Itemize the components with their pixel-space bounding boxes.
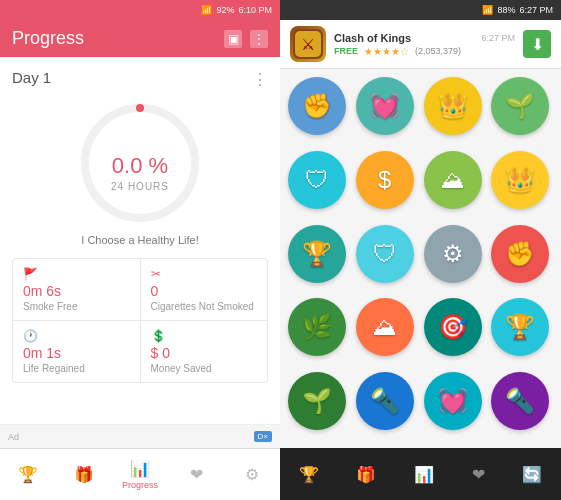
trophy2-badge[interactable]: 🏆 bbox=[491, 298, 549, 356]
stat-icon-row-0: 🚩 bbox=[23, 267, 130, 281]
right-nav-gift[interactable]: 🎁 bbox=[356, 465, 376, 484]
progress-nav-icon: 📊 bbox=[130, 459, 150, 478]
notif-stars: ★★★★☆ bbox=[364, 46, 409, 57]
stat-label-2: Life Regained bbox=[23, 363, 130, 374]
header-left: Progress ▣ ⋮ bbox=[0, 20, 280, 57]
shield2-badge[interactable]: 🛡 bbox=[356, 225, 414, 283]
header-icons: ▣ ⋮ bbox=[224, 30, 268, 48]
heart-nav-icon: ❤ bbox=[190, 465, 203, 484]
gear-badge[interactable]: ⚙ bbox=[424, 225, 482, 283]
mountain2-badge[interactable]: ⛰ bbox=[356, 298, 414, 356]
ad-label: Ad bbox=[8, 432, 19, 442]
grid-icon[interactable]: ▣ bbox=[224, 30, 242, 48]
circle-inner: 0.0 % 24 HOURS bbox=[111, 153, 169, 192]
gift-nav-icon: 🎁 bbox=[74, 465, 94, 484]
stat-value-0: 0m 6s bbox=[23, 283, 130, 299]
right-nav-trophy[interactable]: 🏆 bbox=[299, 465, 319, 484]
right-heart-icon: ❤ bbox=[472, 465, 485, 484]
stat-icon-row-2: 🕐 bbox=[23, 329, 130, 343]
day-options[interactable]: ⋮ bbox=[252, 70, 268, 89]
target-badge[interactable]: 🎯 bbox=[424, 298, 482, 356]
ad-bar: Ad D× bbox=[0, 424, 280, 448]
badges-grid: ✊💓👑🌱🛡$⛰👑🏆🛡⚙✊🌿⛰🎯🏆🌱🔦💓🔦 bbox=[280, 69, 561, 448]
stat-label-0: Smoke Free bbox=[23, 301, 130, 312]
day-row: Day 1 ⋮ bbox=[12, 69, 268, 90]
right-exchange-icon: 🔄 bbox=[522, 465, 542, 484]
stat-value-1: 0 bbox=[151, 283, 258, 299]
right-nav-exchange[interactable]: 🔄 bbox=[522, 465, 542, 484]
nav-gift[interactable]: 🎁 bbox=[56, 465, 112, 484]
sprout-badge[interactable]: 🌱 bbox=[288, 372, 346, 430]
mountain-badge[interactable]: ⛰ bbox=[424, 151, 482, 209]
notif-free-badge: FREE bbox=[334, 46, 358, 56]
clash-icon: ⚔ bbox=[293, 29, 323, 59]
more-options-icon[interactable]: ⋮ bbox=[250, 30, 268, 48]
stat-value-2: 0m 1s bbox=[23, 345, 130, 361]
right-trophy-icon: 🏆 bbox=[299, 465, 319, 484]
growth-badge[interactable]: 🌱 bbox=[491, 77, 549, 135]
stat-icon-row-1: ✂ bbox=[151, 267, 258, 281]
nav-trophy[interactable]: 🏆 bbox=[0, 465, 56, 484]
progress-nav-label: Progress bbox=[122, 480, 158, 490]
notification-content: Clash of Kings 6:27 PM FREE ★★★★☆ (2,053… bbox=[334, 32, 515, 57]
notif-reviews: (2,053,379) bbox=[415, 46, 461, 56]
right-nav-chart[interactable]: 📊 bbox=[414, 465, 434, 484]
clock-icon: 🕐 bbox=[23, 329, 38, 343]
heart2-badge[interactable]: 💓 bbox=[424, 372, 482, 430]
strength-badge[interactable]: ✊ bbox=[288, 77, 346, 135]
stat-cigarettes: ✂ 0 Cigarettes Not Smoked bbox=[141, 259, 268, 320]
app-icon: ⚔ bbox=[290, 26, 326, 62]
circle-percent: 0.0 % bbox=[111, 153, 169, 179]
content-area: Day 1 ⋮ 0.0 % 24 HOURS I Choose a Health… bbox=[0, 57, 280, 424]
torch-badge[interactable]: 🔦 bbox=[356, 372, 414, 430]
scissors-icon: ✂ bbox=[151, 267, 161, 281]
right-nav-heart[interactable]: ❤ bbox=[472, 465, 485, 484]
day-label: Day 1 bbox=[12, 69, 51, 86]
dollar-icon: 💲 bbox=[151, 329, 166, 343]
bottom-nav-left: 🏆 🎁 📊 Progress ❤ ⚙ bbox=[0, 448, 280, 500]
notif-sub-row: FREE ★★★★☆ (2,053,379) bbox=[334, 46, 515, 57]
nav-gear[interactable]: ⚙ bbox=[224, 465, 280, 484]
notif-app-name: Clash of Kings bbox=[334, 32, 411, 44]
money-badge[interactable]: $ bbox=[356, 151, 414, 209]
download-button[interactable]: ⬇ bbox=[523, 30, 551, 58]
signal-right: 📶 bbox=[482, 5, 493, 15]
crown2-badge[interactable]: 👑 bbox=[491, 151, 549, 209]
trophy-nav-icon: 🏆 bbox=[18, 465, 38, 484]
trophy-badge[interactable]: 🏆 bbox=[288, 225, 346, 283]
stat-life-regained: 🕐 0m 1s Life Regained bbox=[13, 321, 140, 382]
notification-bar[interactable]: ⚔ Clash of Kings 6:27 PM FREE ★★★★☆ (2,0… bbox=[280, 20, 561, 69]
right-panel: 📶 88% 6:27 PM ⚔ Clash of Kings 6:27 PM F… bbox=[280, 0, 561, 500]
right-gift-icon: 🎁 bbox=[356, 465, 376, 484]
bottom-nav-right: 🏆 🎁 📊 ❤ 🔄 bbox=[280, 448, 561, 500]
torch2-badge[interactable]: 🔦 bbox=[491, 372, 549, 430]
time-left: 6:10 PM bbox=[238, 5, 272, 15]
crown-badge[interactable]: 👑 bbox=[424, 77, 482, 135]
battery-left: 92% bbox=[216, 5, 234, 15]
health-badge[interactable]: 💓 bbox=[356, 77, 414, 135]
stat-value-3: $ 0 bbox=[151, 345, 258, 361]
notif-top-row: Clash of Kings 6:27 PM bbox=[334, 32, 515, 44]
stat-money-saved: 💲 $ 0 Money Saved bbox=[141, 321, 268, 382]
signal-left: 📶 bbox=[201, 5, 212, 15]
battery-right: 88% bbox=[497, 5, 515, 15]
stat-label-1: Cigarettes Not Smoked bbox=[151, 301, 258, 312]
svg-text:⚔: ⚔ bbox=[301, 36, 315, 53]
leaf-badge[interactable]: 🌿 bbox=[288, 298, 346, 356]
shield-badge[interactable]: 🛡 bbox=[288, 151, 346, 209]
circle-hours: 24 HOURS bbox=[111, 181, 169, 192]
fist-badge[interactable]: ✊ bbox=[491, 225, 549, 283]
circle-tagline: I Choose a Healthy Life! bbox=[81, 234, 198, 246]
nav-progress[interactable]: 📊 Progress bbox=[112, 459, 168, 490]
stat-icon-row-3: 💲 bbox=[151, 329, 258, 343]
ad-close-button[interactable]: D× bbox=[254, 431, 272, 442]
notif-time: 6:27 PM bbox=[481, 33, 515, 43]
stat-label-3: Money Saved bbox=[151, 363, 258, 374]
left-panel: 📶 92% 6:10 PM Progress ▣ ⋮ Day 1 ⋮ 0.0 %… bbox=[0, 0, 280, 500]
gear-nav-icon: ⚙ bbox=[245, 465, 259, 484]
status-bar-right: 📶 88% 6:27 PM bbox=[280, 0, 561, 20]
right-chart-icon: 📊 bbox=[414, 465, 434, 484]
nav-heart[interactable]: ❤ bbox=[168, 465, 224, 484]
stat-smoke-free: 🚩 0m 6s Smoke Free bbox=[13, 259, 140, 320]
time-right: 6:27 PM bbox=[519, 5, 553, 15]
